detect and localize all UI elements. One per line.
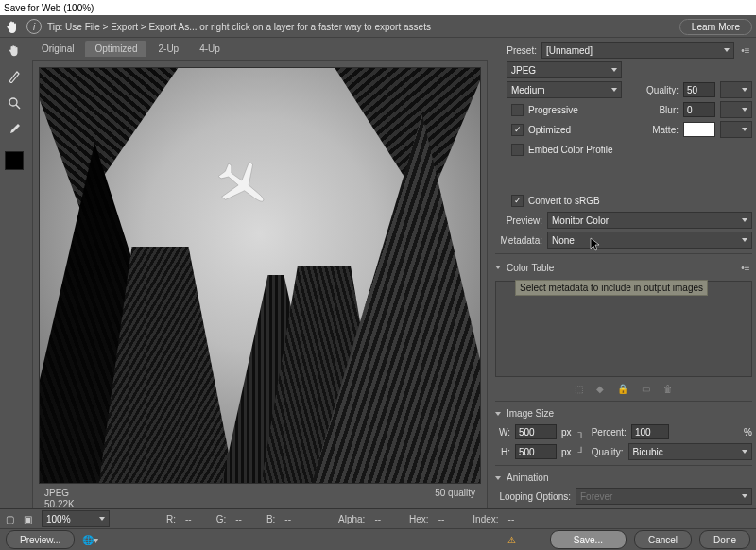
hex-label: Hex: [409,514,429,524]
progressive-checkbox[interactable] [511,104,524,116]
srgb-checkbox[interactable] [511,195,524,207]
hex-value: -- [438,514,445,524]
blur-label: Blur: [659,105,679,115]
preview-select[interactable]: Monitor Color [547,212,752,229]
tab-2up[interactable]: 2-Up [148,41,188,57]
hand-tool-icon[interactable] [4,18,21,35]
percent-unit: % [744,427,752,438]
matte-label: Matte: [652,125,679,135]
color-table-header[interactable]: Color Table [495,261,734,275]
warning-icon[interactable]: ⚠ [507,535,516,545]
matte-swatch[interactable] [683,122,715,137]
w-label: W: [495,427,510,438]
progressive-label: Progressive [528,105,578,115]
b-value: -- [284,514,291,524]
status-format: JPEG [44,488,137,498]
cancel-button[interactable]: Cancel [634,530,692,549]
ct-trash-icon[interactable]: 🗑 [663,384,673,394]
isquality-select[interactable]: Bicubic [628,443,752,460]
tab-4up[interactable]: 4-Up [190,41,230,57]
preset-select[interactable]: [Unnamed] [541,42,734,59]
foreground-color-swatch[interactable] [5,151,24,170]
animation-header[interactable]: Animation [495,471,752,485]
percent-label: Percent: [592,427,627,438]
preview-tabs: Original Optimized 2-Up 4-Up [28,38,491,59]
selection-icon[interactable]: ▢ [6,514,14,524]
tab-original[interactable]: Original [32,41,83,57]
metadata-tooltip: Select metadata to include in output ima… [515,280,708,296]
window-title: Save for Web (100%) [4,3,94,13]
blur-slider-toggle[interactable] [720,101,752,118]
ct-icon-2[interactable]: ◆ [596,384,604,394]
w-unit: px [561,427,572,438]
h-input[interactable]: 500 [515,444,557,459]
preview-label: Preview: [495,215,542,226]
g-value: -- [235,514,242,524]
settings-panel: Preset: [Unnamed] •≡ JPEG Medium Quality… [491,38,756,529]
tip-text: Tip: Use File > Export > Export As... or… [47,22,674,32]
loop-select: Forever [576,488,752,505]
loop-label: Looping Options: [495,491,571,502]
optimized-checkbox[interactable] [511,124,524,136]
blur-input[interactable]: 0 [683,102,715,117]
preview-button[interactable]: Preview... [6,530,75,549]
link-icon2[interactable]: ┘ [578,447,585,457]
alpha-value: -- [374,514,381,524]
preset-label: Preset: [495,45,537,56]
color-table-icons: ⬚ ◆ 🔒 ▭ 🗑 [495,382,752,396]
format-select[interactable]: JPEG [507,61,622,78]
canvas-wrap: JPEG 50.22K 10 sec @ 56.6 Kbps ▾ 50 qual… [32,60,488,527]
done-button[interactable]: Done [699,530,750,549]
color-table: Select metadata to include in output ima… [495,281,752,377]
alpha-label: Alpha: [338,514,365,524]
zoom-tool-icon[interactable] [6,95,23,112]
tip-bar: i Tip: Use File > Export > Export As... … [0,16,756,38]
matte-select[interactable] [720,121,752,138]
preset-menu-icon[interactable]: •≡ [739,45,752,56]
ct-lock-icon[interactable]: 🔒 [617,384,628,394]
srgb-label: Convert to sRGB [528,196,600,206]
quality-slider-toggle[interactable] [720,81,752,98]
preview-canvas[interactable] [39,67,481,484]
cursor-icon [590,237,601,252]
quality-label: Quality: [646,85,679,95]
link-icon[interactable]: ┐ [578,427,585,438]
r-label: R: [166,514,176,524]
metadata-label: Metadata: [495,235,542,246]
zoom-select[interactable]: 100% [42,510,110,527]
selection-icon2[interactable]: ▣ [24,514,32,524]
index-value: -- [508,514,515,524]
hand-tool2-icon[interactable] [6,42,23,59]
color-table-menu-icon[interactable]: •≡ [739,263,752,273]
h-label: H: [495,447,510,457]
slice-tool-icon[interactable] [6,68,23,85]
learn-more-button[interactable]: Learn More [679,19,752,35]
w-input[interactable]: 500 [515,424,557,439]
metadata-select[interactable]: None [547,232,752,249]
percent-input[interactable]: 100 [631,424,669,439]
g-label: G: [216,514,227,524]
ct-icon-1[interactable]: ⬚ [575,384,583,394]
eyedropper-tool-icon[interactable] [6,121,23,138]
window-titlebar: Save for Web (100%) [0,0,756,16]
image-size-header[interactable]: Image Size [495,406,752,421]
tool-column [0,38,28,529]
tab-optimized[interactable]: Optimized [85,41,146,57]
quality-preset-select[interactable]: Medium [507,81,622,98]
svg-line-1 [16,105,20,109]
r-value: -- [185,514,192,524]
h-unit: px [561,447,572,457]
save-button[interactable]: Save... [550,530,627,549]
footer: ▢ ▣ 100% R:-- G:-- B:-- Alpha:-- Hex:-- … [0,508,756,550]
quality-input[interactable]: 50 [683,82,715,97]
info-icon: i [26,19,42,34]
index-label: Index: [472,514,498,524]
svg-point-0 [9,98,17,106]
browser-icon[interactable]: 🌐▾ [82,535,98,545]
b-label: B: [266,514,275,524]
isquality-label: Quality: [592,447,624,457]
embed-label: Embed Color Profile [528,145,612,155]
optimized-label: Optimized [528,125,571,135]
embed-checkbox[interactable] [511,144,524,156]
ct-new-icon[interactable]: ▭ [642,384,650,394]
